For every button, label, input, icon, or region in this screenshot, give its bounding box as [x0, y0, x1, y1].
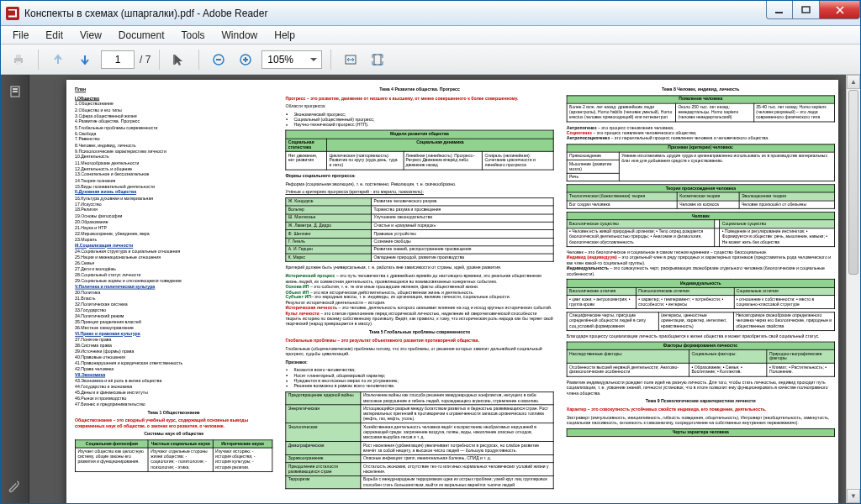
theme8-defs: Антропогенез – это процесс становления ч…	[567, 125, 835, 141]
theme8-evolution-table: Появление человека Более 2 млн. лет наза…	[567, 95, 835, 122]
svg-rect-4	[16, 61, 21, 65]
theme5-signs-head: Признаки:	[285, 360, 553, 365]
attachments-icon[interactable]	[8, 480, 23, 495]
zoom-in-button[interactable]	[235, 49, 256, 71]
fit-page-button[interactable]	[367, 49, 388, 71]
separator	[38, 50, 39, 70]
menu-help[interactable]: Help	[266, 28, 304, 43]
theme1-def: Обществознание – это сводный учебный кур…	[75, 418, 272, 429]
window-title: Конспекты в схемах (шпаргалки).pdf - Ado…	[24, 8, 766, 19]
theme8-indiv-table: Индивидуальность Биологические отличияПс…	[567, 279, 835, 308]
app-icon	[6, 7, 19, 20]
theme1-table: Социальная философияЧастные социальные н…	[75, 439, 272, 471]
theme4-forms-head: Формы социального прогресса:	[285, 173, 553, 178]
plan-list: I.Общество1.Обществознание2.Общество и е…	[75, 95, 272, 407]
separator	[330, 50, 331, 70]
theme1-title: Тема 1 Обществознание	[75, 410, 272, 415]
scroll-up-button[interactable]: ▲	[847, 75, 860, 89]
vertical-scrollbar[interactable]: ▲ ▼	[846, 75, 860, 503]
menu-file[interactable]: File	[4, 28, 37, 43]
minimize-button[interactable]	[766, 1, 793, 19]
print-button[interactable]	[8, 49, 29, 71]
work-area: План I.Общество1.Обществознание2.Обществ…	[1, 75, 860, 503]
theme5-signs-list: Касаются всего человечества;Носят планет…	[285, 367, 553, 388]
theme4-def: Прогресс – это развитие, движение от низ…	[285, 95, 518, 100]
titlebar: Конспекты в схемах (шпаргалки).pdf - Ado…	[1, 1, 860, 26]
theme4-crit-note: Критерий должен быть универсальным, т. е…	[285, 265, 553, 270]
nav-panel	[1, 75, 29, 503]
theme5-def: Глобальные проблемы – это результат объе…	[285, 338, 479, 343]
window-controls	[766, 1, 860, 25]
svg-rect-10	[245, 57, 246, 62]
svg-rect-1	[802, 7, 810, 13]
thumbnails-icon[interactable]	[5, 81, 25, 102]
toolbar: / 7 105%	[1, 45, 860, 75]
page-count-label: / 7	[140, 54, 151, 66]
menu-tools[interactable]: Tools	[173, 28, 214, 43]
zoom-select[interactable]: 105%	[261, 50, 322, 69]
theme4-models-table: Модели развития общества Социальная стат…	[285, 130, 553, 171]
theme9-traits-table: Черты характера человека	[567, 428, 835, 437]
menu-document[interactable]: Document	[110, 28, 173, 43]
theme4-forms: Реформа (социальная эволюция), т. е. пос…	[285, 181, 553, 186]
next-page-button[interactable]	[74, 49, 96, 71]
page-number-input[interactable]	[101, 50, 135, 69]
close-button[interactable]	[820, 1, 860, 19]
theme5-def2: Глобальные (общечеловеческие) проблемы п…	[285, 345, 553, 356]
theme4-title: Тема 4 Развитие общества. Прогресс	[285, 87, 553, 92]
scroll-down-button[interactable]: ▼	[847, 489, 860, 503]
svg-rect-7	[216, 59, 221, 60]
theme8-note: Благодаря процессу социализации личность…	[567, 333, 835, 339]
theme8-priznaki-table: Признаки (критерии) человека: Прямохожде…	[567, 144, 835, 181]
maximize-button[interactable]	[793, 1, 820, 19]
scroll-thumb[interactable]	[848, 90, 858, 275]
theme8-soc-table: Человек Биологическое существоСоциальное…	[567, 212, 835, 247]
zoom-out-button[interactable]	[208, 49, 230, 71]
separator	[198, 50, 199, 70]
svg-rect-5	[173, 55, 175, 65]
plan-heading: План	[75, 87, 272, 92]
theme5-table: Предотвращение ядерной войныИсключение в…	[285, 391, 553, 489]
theme8-factors-table: Факторы формирования личности: Наследств…	[567, 342, 835, 377]
menu-window[interactable]: Window	[214, 28, 267, 43]
menu-edit[interactable]: Edit	[37, 28, 71, 43]
separator	[159, 50, 160, 70]
theme9-title: Тема 9 Психологические характеристики ли…	[567, 398, 835, 403]
theme4-areas-head: Области прогресса:	[285, 103, 553, 108]
document-viewer[interactable]: План I.Общество1.Обществознание2.Обществ…	[29, 75, 860, 503]
theme8-theories-table: Теории происхождения человека Теологичес…	[567, 184, 835, 208]
theme9-def: Характер – это совокупность устойчивых с…	[567, 407, 767, 412]
theme8-fact-note: Развитие индивидуальности рождает поле и…	[567, 380, 835, 396]
theme8-spec-table: Специфические черты, присущие определённ…	[567, 312, 835, 331]
menubar: File Edit View Document Tools Window Hel…	[1, 26, 860, 45]
theme5-title: Тема 5 Глобальные проблемы современности	[285, 329, 553, 334]
pdf-page: План I.Общество1.Обществознание2.Обществ…	[66, 80, 838, 503]
fit-width-button[interactable]	[340, 49, 362, 71]
theme4-defs: Исторический процесс – это путь человече…	[285, 273, 553, 327]
zoom-value: 105%	[267, 54, 293, 66]
svg-rect-12	[374, 55, 381, 65]
menu-view[interactable]: View	[71, 28, 110, 43]
theme4-crit-head: Учёные о критериях прогресса (критерий -…	[285, 190, 553, 195]
theme8-title: Тема 8 Человек, индивид, личность	[567, 87, 835, 92]
svg-rect-0	[775, 12, 783, 13]
select-tool-button[interactable]	[168, 49, 190, 71]
svg-rect-14	[13, 88, 18, 90]
theme4-areas-list: Экономический прогресс;Социальный (общес…	[285, 112, 553, 128]
svg-rect-3	[16, 55, 21, 58]
theme4-criteria-table: Ж. КондорсеРазвитие человеческого разума…	[285, 197, 553, 262]
theme8-indiv-defs: Человек – это биологическое и социальное…	[567, 249, 835, 276]
svg-rect-15	[13, 91, 18, 92]
theme1-sys-title: Системы наук об обществе	[75, 432, 272, 437]
theme9-def2: Экстраверт (импульсивность, инициативнос…	[567, 415, 835, 426]
prev-page-button[interactable]	[47, 49, 69, 71]
